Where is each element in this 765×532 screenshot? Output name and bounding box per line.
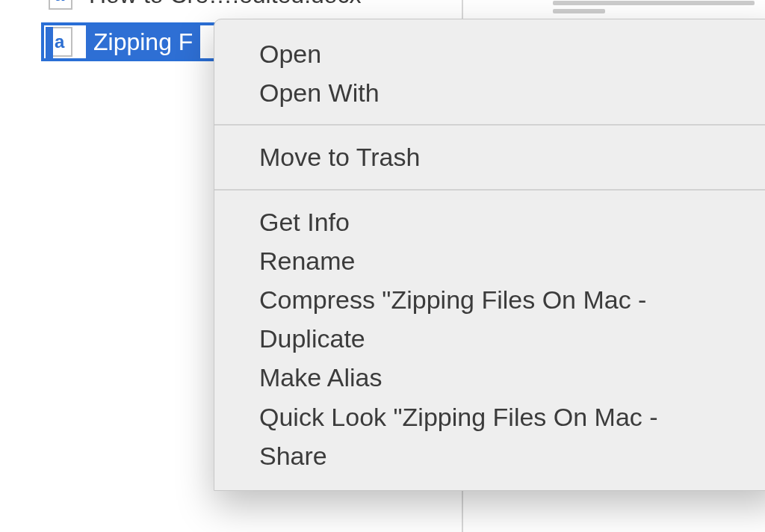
menu-item-open-with[interactable]: Open With — [214, 73, 765, 112]
docx-file-icon — [49, 0, 72, 10]
menu-item-share[interactable]: Share — [214, 436, 765, 475]
finder-window: How to Cre….edited.docx Zipping F Open O… — [0, 0, 765, 532]
menu-separator — [214, 189, 765, 191]
file-row-selected[interactable]: Zipping F — [49, 27, 200, 57]
menu-item-move-to-trash[interactable]: Move to Trash — [214, 137, 765, 176]
menu-item-open[interactable]: Open — [214, 34, 765, 73]
docx-file-icon — [49, 27, 72, 57]
context-menu: Open Open With Move to Trash Get Info Re… — [214, 19, 765, 491]
menu-item-make-alias[interactable]: Make Alias — [214, 358, 765, 397]
preview-text-line — [553, 9, 605, 13]
file-name-label: Zipping F — [86, 25, 200, 59]
preview-text-line — [553, 1, 755, 5]
file-row[interactable]: How to Cre….edited.docx — [0, 0, 462, 12]
menu-item-get-info[interactable]: Get Info — [214, 202, 765, 241]
menu-item-rename[interactable]: Rename — [214, 241, 765, 280]
menu-item-compress[interactable]: Compress "Zipping Files On Mac - — [214, 280, 765, 319]
menu-item-quick-look[interactable]: Quick Look "Zipping Files On Mac - — [214, 398, 765, 436]
menu-item-duplicate[interactable]: Duplicate — [214, 319, 765, 358]
menu-separator — [214, 124, 765, 126]
file-name-label: How to Cre….edited.docx — [89, 0, 362, 9]
